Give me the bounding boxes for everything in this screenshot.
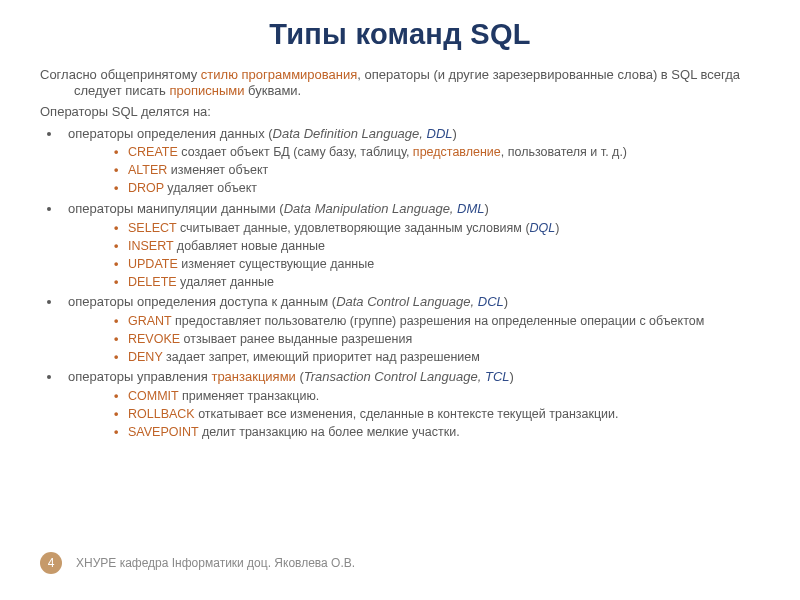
footer-text: ХНУРЕ кафедра Інформатики доц. Яковлева … xyxy=(76,556,355,570)
keyword: ALTER xyxy=(128,163,167,177)
item-text: применяет транзакцию. xyxy=(178,389,319,403)
link-programming-style: стилю программирования xyxy=(201,67,357,82)
link-uppercase: прописными xyxy=(169,83,244,98)
keyword: REVOKE xyxy=(128,332,180,346)
group-ddl: операторы определения данных (Data Defin… xyxy=(62,126,760,197)
slide-title: Типы команд SQL xyxy=(40,18,760,51)
list-item: CREATE создает объект БД (саму базу, таб… xyxy=(114,144,760,161)
item-text: удаляет данные xyxy=(177,275,274,289)
list-item: DELETE удаляет данные xyxy=(114,274,760,291)
item-text: задает запрет, имеющий приоритет над раз… xyxy=(163,350,480,364)
group-lead: операторы управления xyxy=(68,369,211,384)
item-text: предоставляет пользователю (группе) разр… xyxy=(172,314,705,328)
list-item: INSERT добавляет новые данные xyxy=(114,238,760,255)
intro-text: Согласно общепринятому xyxy=(40,67,201,82)
item-text: считывает данные, удовлетворяющие заданн… xyxy=(176,221,529,235)
list-item: COMMIT применяет транзакцию. xyxy=(114,388,760,405)
item-text: создает объект БД (саму базу, таблицу, xyxy=(178,145,413,159)
group-acronym: DDL xyxy=(427,126,453,141)
tcl-items: COMMIT применяет транзакцию. ROLLBACK от… xyxy=(68,388,760,441)
item-text: изменяет объект xyxy=(167,163,268,177)
item-text: изменяет существующие данные xyxy=(178,257,374,271)
keyword: SELECT xyxy=(128,221,176,235)
item-text: отзывает ранее выданные разрешения xyxy=(180,332,412,346)
keyword: DROP xyxy=(128,181,164,195)
keyword: SAVEPOINT xyxy=(128,425,198,439)
group-dml: операторы манипуляции данными (Data Mani… xyxy=(62,201,760,290)
group-tcl: операторы управления транзакциями (Trans… xyxy=(62,369,760,440)
link-dql: DQL xyxy=(530,221,556,235)
dcl-items: GRANT предоставляет пользователю (группе… xyxy=(68,313,760,366)
keyword: DELETE xyxy=(128,275,177,289)
groups-list: операторы определения данных (Data Defin… xyxy=(40,126,760,441)
intro-text: буквами. xyxy=(244,83,301,98)
intro-paragraph: Согласно общепринятому стилю программиро… xyxy=(40,67,760,100)
keyword: ROLLBACK xyxy=(128,407,195,421)
group-acronym: DCL xyxy=(478,294,504,309)
link-view: представление xyxy=(413,145,501,159)
group-en: Data Definition Language, xyxy=(273,126,427,141)
keyword: DENY xyxy=(128,350,163,364)
list-item: SELECT считывает данные, удовлетворяющие… xyxy=(114,220,760,237)
group-acronym: TCL xyxy=(485,369,510,384)
group-dcl: операторы определения доступа к данным (… xyxy=(62,294,760,365)
item-text: откатывает все изменения, сделанные в ко… xyxy=(195,407,619,421)
keyword: COMMIT xyxy=(128,389,178,403)
item-text: удаляет объект xyxy=(164,181,257,195)
group-lead: операторы манипуляции данными ( xyxy=(68,201,284,216)
list-item: REVOKE отзывает ранее выданные разрешени… xyxy=(114,331,760,348)
link-transactions: транзакциями xyxy=(211,369,295,384)
ddl-items: CREATE создает объект БД (саму базу, таб… xyxy=(68,144,760,197)
slide: Типы команд SQL Согласно общепринятому с… xyxy=(0,0,800,600)
group-en: Transaction Control Language, xyxy=(304,369,485,384)
group-lead-tail: ( xyxy=(296,369,304,384)
keyword: CREATE xyxy=(128,145,178,159)
list-item: ALTER изменяет объект xyxy=(114,162,760,179)
list-item: GRANT предоставляет пользователю (группе… xyxy=(114,313,760,330)
item-text: делит транзакцию на более мелкие участки… xyxy=(198,425,459,439)
group-lead: операторы определения доступа к данным ( xyxy=(68,294,336,309)
keyword: UPDATE xyxy=(128,257,178,271)
item-tail: , пользователя и т. д.) xyxy=(501,145,627,159)
item-tail: ) xyxy=(555,221,559,235)
list-item: ROLLBACK откатывает все изменения, сдела… xyxy=(114,406,760,423)
dml-items: SELECT считывает данные, удовлетворяющие… xyxy=(68,220,760,291)
slide-footer: 4 ХНУРЕ кафедра Інформатики доц. Яковлев… xyxy=(40,552,355,574)
list-item: DROP удаляет объект xyxy=(114,180,760,197)
page-number: 4 xyxy=(40,552,62,574)
list-item: DENY задает запрет, имеющий приоритет на… xyxy=(114,349,760,366)
list-item: SAVEPOINT делит транзакцию на более мелк… xyxy=(114,424,760,441)
group-lead: операторы определения данных ( xyxy=(68,126,273,141)
group-en: Data Manipulation Language, xyxy=(284,201,457,216)
list-item: UPDATE изменяет существующие данные xyxy=(114,256,760,273)
divide-text: Операторы SQL делятся на: xyxy=(40,104,760,120)
keyword: GRANT xyxy=(128,314,172,328)
item-text: добавляет новые данные xyxy=(173,239,325,253)
keyword: INSERT xyxy=(128,239,173,253)
group-acronym: DML xyxy=(457,201,484,216)
group-en: Data Control Language, xyxy=(336,294,478,309)
